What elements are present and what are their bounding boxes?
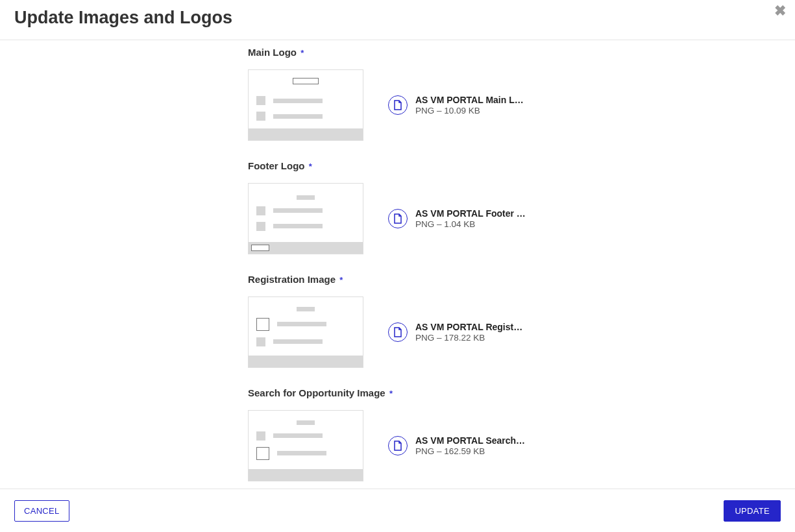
thumbnail-preview[interactable]	[248, 183, 363, 254]
thumbnail-preview[interactable]	[248, 296, 363, 368]
thumbnail-preview[interactable]	[248, 69, 363, 141]
file-info: AS VM PORTAL Footer Logo PNG – 1.04 KB	[388, 208, 526, 229]
file-name: AS VM PORTAL Search Opportunity Image	[415, 435, 526, 446]
thumb-footer	[249, 469, 363, 481]
thumb-square	[256, 431, 265, 441]
file-info: AS VM PORTAL Search Opportunity Image PN…	[388, 435, 526, 456]
file-meta: PNG – 10.09 KB	[415, 106, 526, 115]
thumb-square	[256, 112, 265, 121]
modal-header: Update Images and Logos ✖	[0, 0, 795, 40]
thumb-line	[277, 322, 326, 326]
thumb-line	[273, 339, 323, 344]
thumb-highlight-box	[251, 245, 269, 251]
update-button[interactable]: UPDATE	[724, 500, 781, 522]
modal-footer: CANCEL UPDATE	[0, 489, 795, 532]
thumb-line	[273, 114, 323, 119]
file-meta: PNG – 178.22 KB	[415, 333, 526, 343]
thumb-square	[256, 96, 265, 105]
file-meta: PNG – 1.04 KB	[415, 219, 526, 229]
document-icon	[388, 209, 408, 228]
thumb-highlight-box	[293, 78, 319, 84]
file-meta: PNG – 162.59 KB	[415, 446, 526, 456]
thumb-square	[256, 222, 265, 231]
file-name: AS VM PORTAL Footer Logo	[415, 208, 526, 219]
file-name: AS VM PORTAL Register Volunteer Image	[415, 322, 526, 332]
modal-body: Main Logo *	[0, 40, 795, 489]
document-icon	[388, 436, 408, 455]
section-registration-image: Registration Image *	[0, 274, 795, 368]
thumb-square	[256, 337, 265, 346]
thumb-line	[273, 208, 323, 213]
section-label: Search for Opportunity Image *	[248, 387, 776, 398]
thumb-line	[297, 307, 315, 311]
section-main-logo: Main Logo *	[0, 47, 795, 141]
section-label: Main Logo *	[248, 47, 776, 58]
modal-title: Update Images and Logos	[14, 8, 781, 28]
label-text: Main Logo	[248, 47, 297, 58]
thumb-line	[273, 99, 323, 103]
thumb-square	[256, 206, 265, 215]
section-footer-logo: Footer Logo *	[0, 160, 795, 254]
cancel-button[interactable]: CANCEL	[14, 500, 69, 522]
thumb-footer	[249, 356, 363, 367]
label-text: Search for Opportunity Image	[248, 387, 385, 398]
thumb-highlight-box	[256, 447, 269, 460]
thumb-line	[277, 451, 326, 455]
section-label: Registration Image *	[248, 274, 776, 285]
section-search-opportunity: Search for Opportunity Image *	[0, 387, 795, 481]
document-icon	[388, 95, 408, 115]
file-name: AS VM PORTAL Main Logo	[415, 95, 526, 105]
thumb-footer	[249, 128, 363, 140]
file-info: AS VM PORTAL Register Volunteer Image PN…	[388, 322, 526, 343]
thumb-line	[297, 420, 315, 425]
label-text: Footer Logo	[248, 160, 304, 171]
required-star-icon: *	[309, 162, 312, 171]
thumb-line	[297, 195, 315, 200]
label-text: Registration Image	[248, 274, 336, 285]
thumb-highlight-box	[256, 318, 269, 331]
document-icon	[388, 322, 408, 342]
required-star-icon: *	[389, 389, 393, 398]
required-star-icon: *	[300, 48, 304, 58]
thumbnail-preview[interactable]	[248, 410, 363, 481]
thumb-line	[273, 224, 323, 228]
thumb-line	[273, 433, 323, 438]
close-icon[interactable]: ✖	[774, 4, 786, 18]
section-label: Footer Logo *	[248, 160, 776, 171]
required-star-icon: *	[339, 275, 343, 285]
file-info: AS VM PORTAL Main Logo PNG – 10.09 KB	[388, 95, 526, 115]
